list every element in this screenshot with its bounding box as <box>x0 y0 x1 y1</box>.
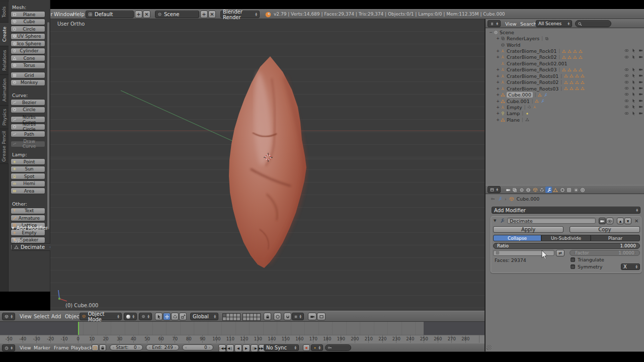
item-label[interactable]: CraterBiome_Rock03 <box>507 67 556 72</box>
tab-data[interactable] <box>552 187 559 193</box>
move-down-button[interactable]: ▼ <box>624 218 631 224</box>
opengl-render-button[interactable] <box>317 313 326 320</box>
outliner-row-plane[interactable]: +Plane| <box>486 117 644 123</box>
item-label[interactable]: CraterBiome_Rock02.001 <box>507 61 568 66</box>
expand-toggle[interactable]: + <box>496 118 500 122</box>
hide-icon[interactable] <box>624 92 629 97</box>
planar-mode-button[interactable]: Planar <box>591 235 640 241</box>
end-frame-field[interactable]: ‹ End: 249 › <box>146 344 179 350</box>
tab-create[interactable]: Create <box>0 23 9 46</box>
selectable-icon[interactable] <box>631 73 636 78</box>
tab-constraints[interactable] <box>539 187 545 193</box>
add-modifier-dropdown[interactable]: Add Modifier ▲▼ <box>492 207 640 214</box>
auto-keyframe-button[interactable] <box>303 344 310 351</box>
editor-type-selector[interactable]: ▲▼ <box>2 344 15 351</box>
lock-to-scene-button[interactable] <box>264 313 271 320</box>
render-image-button[interactable] <box>308 313 316 320</box>
previous-keyframe-button[interactable]: ◀❘ <box>226 344 234 352</box>
add-text-button[interactable]: Text <box>11 208 45 214</box>
expand-toggle[interactable]: + <box>496 67 500 72</box>
add-grid-button[interactable]: Grid <box>11 72 45 78</box>
increment-arrow[interactable]: › <box>138 345 140 350</box>
viewport-shading-dropdown[interactable]: ▲▼ <box>124 313 137 320</box>
snap-toggle-button[interactable] <box>284 313 291 320</box>
render-restrict-icon[interactable] <box>638 48 643 53</box>
outliner-row-scene[interactable]: −Scene <box>486 29 644 35</box>
area-resize-grip[interactable] <box>487 345 492 350</box>
outliner-row-cube000[interactable]: +Cube.000| <box>486 92 644 98</box>
add-sun-lamp-button[interactable]: Sun <box>11 166 45 172</box>
symmetry-axis-dropdown[interactable]: X ▲▼ <box>621 263 640 270</box>
add-area-lamp-button[interactable]: Area <box>11 188 45 194</box>
layers-widget-2[interactable] <box>243 313 260 320</box>
tab-texture[interactable] <box>566 187 573 193</box>
expand-toggle[interactable]: + <box>496 49 500 53</box>
display-filter-dropdown[interactable]: All Scenes ▲▼ <box>536 20 572 27</box>
item-label[interactable]: CraterBiome_Rock01 <box>507 48 556 54</box>
hide-icon[interactable] <box>624 73 629 78</box>
start-frame-field[interactable]: ‹ Start: 0 › <box>110 344 143 350</box>
proportional-edit-button[interactable] <box>274 313 281 320</box>
outliner-row-cube001[interactable]: +Cube.001| <box>486 98 644 104</box>
selectable-icon[interactable] <box>631 92 636 97</box>
apply-button[interactable]: Apply <box>493 226 564 233</box>
outliner-row-empty[interactable]: +Empty| <box>486 104 644 110</box>
screen-layout-selector[interactable]: Default <box>86 11 134 18</box>
outliner-row-renderlayers[interactable]: +RenderLayers| <box>486 35 644 41</box>
render-restrict-icon[interactable] <box>638 67 643 72</box>
manipulator-toggle-button[interactable] <box>155 313 163 320</box>
hide-icon[interactable] <box>624 111 629 116</box>
add-armature-button[interactable]: Armature <box>11 215 45 221</box>
selectable-icon[interactable] <box>631 48 636 53</box>
outliner-row-rock03[interactable]: +CraterBiome_Rock03| <box>486 67 644 73</box>
panel-expand-arrow[interactable]: ▼ <box>494 219 496 223</box>
decrement-arrow[interactable]: ‹ <box>149 345 150 350</box>
add-scene-button[interactable]: + <box>200 11 208 18</box>
selectable-icon[interactable] <box>631 105 636 109</box>
tab-physics[interactable] <box>580 187 586 193</box>
modifier-name-field[interactable]: Decimate <box>507 218 596 224</box>
expand-toggle[interactable]: + <box>496 86 500 91</box>
jump-to-start-button[interactable]: ❘◀◀ <box>218 344 226 352</box>
expand-toggle[interactable]: + <box>496 111 500 116</box>
add-uv-sphere-button[interactable]: UV Sphere <box>11 33 45 40</box>
hide-icon[interactable] <box>624 105 629 109</box>
expand-toggle[interactable]: + <box>496 93 500 97</box>
item-label[interactable]: Lamp <box>507 111 520 116</box>
selectable-icon[interactable] <box>631 55 636 59</box>
hide-icon[interactable] <box>624 67 629 72</box>
redo-panel-title[interactable]: Add Modifier <box>16 225 48 231</box>
decrement-arrow[interactable]: ‹ <box>113 345 114 350</box>
render-restrict-icon[interactable] <box>638 73 643 78</box>
render-restrict-icon[interactable] <box>638 99 643 103</box>
selectable-icon[interactable] <box>631 86 636 90</box>
increment-arrow[interactable]: › <box>175 345 176 350</box>
play-reverse-button[interactable]: ◀ <box>234 344 242 352</box>
decrement-arrow[interactable]: ‹ <box>185 345 187 350</box>
outliner-row-rock02-001[interactable]: CraterBiome_Rock02.001 <box>486 60 644 66</box>
outliner-row-roots01[interactable]: +CraterBiome_Roots01| <box>486 73 644 79</box>
rotate-manipulator-button[interactable] <box>171 313 179 320</box>
tab-world[interactable] <box>525 187 532 193</box>
item-label[interactable]: World <box>507 42 520 48</box>
add-torus-button[interactable]: Torus <box>11 62 45 69</box>
copy-button[interactable]: Copy <box>570 226 640 233</box>
item-label[interactable]: CraterBiome_Rock02 <box>507 54 556 60</box>
tab-tools[interactable]: Tools <box>0 2 9 23</box>
visibility-toggle-button[interactable] <box>606 218 613 224</box>
tab-scene[interactable] <box>518 187 525 193</box>
modifier-type-dropdown[interactable]: Decimate ▲▼ <box>12 243 54 251</box>
outliner-row-rock02[interactable]: +CraterBiome_Rock02| <box>486 54 644 60</box>
item-label[interactable]: Cube.001 <box>507 99 530 104</box>
collapse-mode-button[interactable]: Collapse <box>493 235 541 241</box>
next-keyframe-button[interactable]: ❘▶ <box>251 344 258 352</box>
render-restrict-icon[interactable] <box>638 92 643 97</box>
hide-icon[interactable] <box>624 86 629 90</box>
tab-modifiers[interactable] <box>545 187 552 193</box>
item-label[interactable]: CraterBiome_Roots03 <box>507 86 558 92</box>
editor-type-selector[interactable]: ▲▼ <box>2 313 15 320</box>
keying-mode-dropdown[interactable]: ▲▼ <box>311 344 323 351</box>
preview-range-button[interactable] <box>92 344 99 351</box>
snap-element-dropdown[interactable]: ▲▼ <box>292 313 304 320</box>
expand-toggle[interactable]: + <box>496 55 500 59</box>
